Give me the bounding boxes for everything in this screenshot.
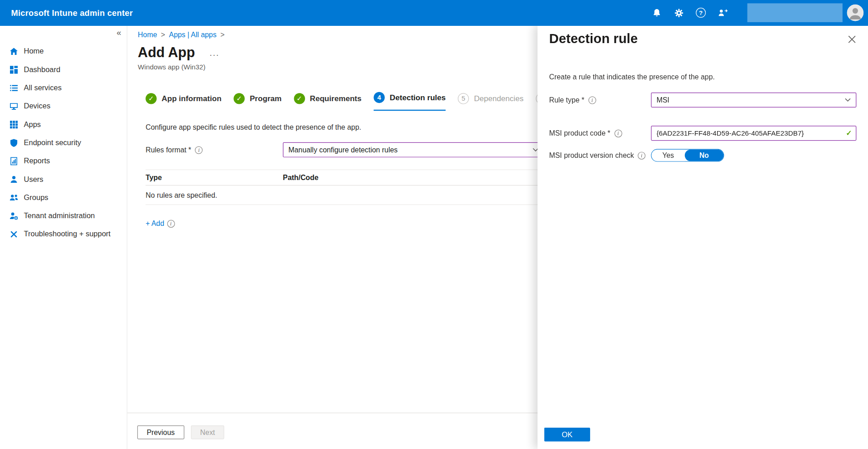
- chevron-down-icon: [845, 98, 851, 102]
- rule-type-label: Rule type *: [549, 96, 585, 104]
- toggle-yes-option[interactable]: Yes: [651, 150, 684, 161]
- account-avatar[interactable]: [847, 5, 864, 21]
- help-icon: ?: [696, 8, 706, 18]
- report-chart-icon: [10, 156, 19, 166]
- rules-format-value: Manually configure detection rules: [288, 146, 398, 154]
- more-options-icon[interactable]: ···: [209, 50, 219, 59]
- ok-button[interactable]: OK: [544, 428, 590, 442]
- msi-version-check-label: MSI product version check: [549, 151, 634, 159]
- valid-check-icon: ✓: [846, 129, 852, 137]
- step-dependencies[interactable]: 5 Dependencies: [458, 93, 524, 111]
- app-title: Microsoft Intune admin center: [11, 8, 133, 18]
- step-requirements[interactable]: ✓ Requirements: [294, 93, 361, 111]
- step-done-icon: ✓: [294, 93, 305, 104]
- feedback-icon: [718, 8, 728, 17]
- sidebar-item-label: Home: [24, 47, 44, 55]
- sidebar-item-label: Reports: [24, 157, 50, 165]
- gear-icon: [674, 8, 684, 18]
- sidebar-item-label: Tenant administration: [24, 212, 95, 220]
- page-title: Add App: [138, 44, 195, 60]
- breadcrumb-home-link[interactable]: Home: [138, 30, 157, 39]
- breadcrumb-separator: >: [161, 30, 165, 39]
- sidebar-item-reports[interactable]: Reports: [0, 152, 127, 170]
- step-done-icon: ✓: [234, 93, 245, 104]
- detection-rule-panel: Detection rule Create a rule that indica…: [538, 25, 868, 449]
- column-header-path-code: Path/Code: [283, 173, 319, 181]
- help-button[interactable]: ?: [690, 0, 712, 25]
- notifications-button[interactable]: [645, 0, 668, 25]
- close-panel-button[interactable]: [847, 34, 857, 47]
- msi-product-code-input[interactable]: [651, 126, 856, 141]
- monitor-icon: [10, 102, 19, 111]
- panel-title: Detection rule: [549, 31, 638, 46]
- tenant-admin-icon: [10, 211, 19, 220]
- sidebar-item-label: Groups: [24, 193, 48, 201]
- shield-icon: [10, 138, 19, 147]
- sidebar-item-home[interactable]: Home: [0, 42, 127, 60]
- person-icon: [847, 5, 864, 21]
- sidebar-item-label: Devices: [24, 102, 51, 110]
- msi-product-code-label: MSI product code *: [549, 129, 611, 137]
- step-detection-rules[interactable]: 4 Detection rules: [373, 92, 446, 111]
- sidebar-item-label: Endpoint security: [24, 138, 81, 146]
- sidebar-item-tenant-administration[interactable]: Tenant administration: [0, 207, 127, 225]
- sidebar-item-label: Dashboard: [24, 65, 61, 73]
- msi-version-check-toggle: Yes No: [651, 149, 724, 162]
- troubleshoot-tools-icon: [10, 229, 19, 239]
- info-icon[interactable]: i: [588, 96, 596, 104]
- panel-description: Create a rule that indicates the presenc…: [549, 73, 857, 81]
- step-label: Requirements: [310, 94, 362, 103]
- intune-admin-window: Microsoft Intune admin center ? « Ho: [0, 0, 868, 449]
- rules-format-label: Rules format *: [145, 146, 191, 154]
- sidebar-item-troubleshooting-support[interactable]: Troubleshooting + support: [0, 225, 127, 243]
- step-number-icon: 5: [458, 93, 469, 104]
- settings-button[interactable]: [668, 0, 690, 25]
- sidebar-item-apps[interactable]: Apps: [0, 115, 127, 133]
- tenant-name-highlight: [747, 3, 843, 22]
- sidebar-item-label: Troubleshooting + support: [24, 230, 111, 238]
- sidebar-item-label: All services: [24, 83, 62, 92]
- sidebar-item-users[interactable]: Users: [0, 170, 127, 188]
- left-nav: « Home Dashboard All services Devices Ap…: [0, 25, 127, 449]
- sidebar-item-groups[interactable]: Groups: [0, 188, 127, 206]
- step-program[interactable]: ✓ Program: [234, 93, 282, 111]
- breadcrumb-all-apps-link[interactable]: Apps | All apps: [169, 30, 217, 39]
- apps-grid-icon: [10, 120, 19, 129]
- step-done-icon: ✓: [145, 93, 156, 104]
- step-app-information[interactable]: ✓ App information: [145, 93, 221, 111]
- detection-rules-table: Type Path/Code No rules are specified.: [145, 170, 547, 205]
- step-label: Program: [250, 94, 281, 103]
- step-number-icon: 4: [373, 92, 384, 103]
- close-icon: [848, 35, 856, 43]
- sidebar-item-dashboard[interactable]: Dashboard: [0, 60, 127, 78]
- user-icon: [10, 175, 19, 184]
- step-label: App information: [162, 94, 222, 103]
- rules-format-dropdown[interactable]: Manually configure detection rules: [283, 142, 544, 157]
- sidebar-item-devices[interactable]: Devices: [0, 97, 127, 115]
- info-icon[interactable]: i: [614, 129, 622, 137]
- add-rule-link[interactable]: + Add: [145, 220, 164, 228]
- dashboard-icon: [10, 65, 19, 74]
- step-label: Detection rules: [390, 93, 446, 102]
- rule-type-value: MSI: [656, 96, 669, 104]
- info-icon[interactable]: i: [167, 220, 175, 227]
- step-label: Dependencies: [474, 94, 524, 103]
- sidebar-item-label: Users: [24, 175, 44, 183]
- sidebar-item-endpoint-security[interactable]: Endpoint security: [0, 133, 127, 151]
- top-bar: Microsoft Intune admin center ?: [0, 0, 868, 25]
- bell-icon: [652, 8, 661, 18]
- previous-button[interactable]: Previous: [137, 425, 184, 439]
- feedback-button[interactable]: [712, 0, 734, 25]
- rule-type-dropdown[interactable]: MSI: [651, 93, 856, 107]
- empty-table-message: No rules are specified.: [145, 185, 547, 205]
- breadcrumb-separator: >: [220, 30, 224, 39]
- sidebar-item-all-services[interactable]: All services: [0, 78, 127, 97]
- toggle-no-option[interactable]: No: [685, 150, 723, 161]
- sidebar-item-label: Apps: [24, 120, 41, 128]
- collapse-sidebar-icon[interactable]: «: [116, 28, 121, 37]
- group-icon: [10, 193, 19, 202]
- column-header-type: Type: [145, 173, 283, 181]
- info-icon[interactable]: i: [638, 151, 645, 159]
- info-icon[interactable]: i: [195, 146, 203, 154]
- list-icon: [10, 83, 19, 93]
